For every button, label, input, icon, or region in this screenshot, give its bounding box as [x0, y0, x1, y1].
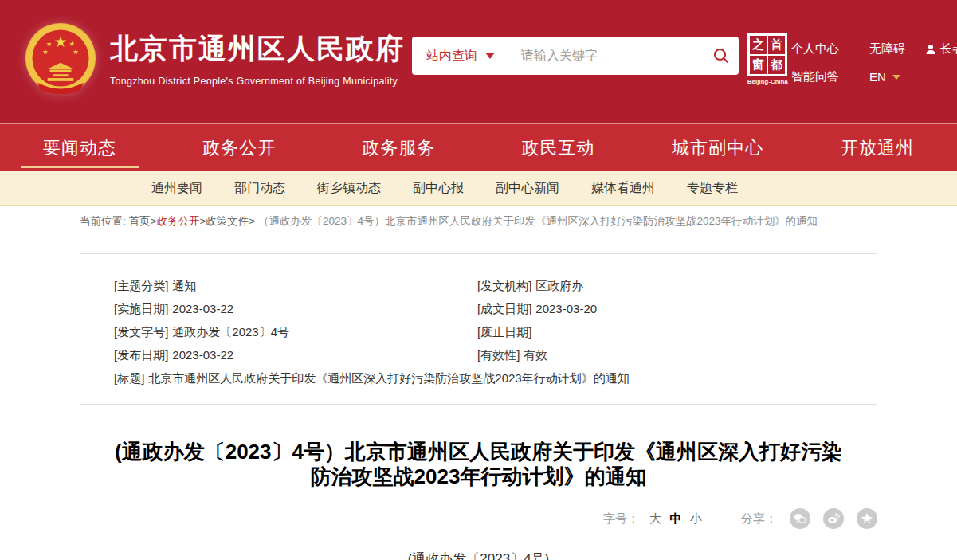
capital-window-char: 之	[749, 35, 767, 55]
share-label: 分享：	[741, 511, 777, 527]
meta-field-written-date: [成文日期]2023-03-20	[477, 303, 845, 315]
wechat-share-button[interactable]	[790, 508, 810, 529]
site-brand: 北京市通州区人民政府 Tongzhou District People's Go…	[110, 30, 405, 87]
document-title: (通政办发〔2023〕4号）北京市通州区人民政府关于印发《通州区深入打好污染防治…	[80, 440, 877, 489]
document-number-line: (通政办发〔2023〕4号)	[80, 550, 877, 560]
search-scope-label: 站内查询	[426, 48, 477, 65]
search-icon	[713, 48, 729, 64]
secondary-navigation: 通州要闻 部门动态 街乡镇动态 副中心报 副中心新闻 媒体看通州 专题专栏	[0, 171, 957, 206]
article-content: [主题分类]通知 [发文机构]区政府办 [实施日期]2023-03-22 [成文…	[80, 253, 877, 560]
weibo-share-button[interactable]	[823, 508, 844, 529]
document-meta-box: [主题分类]通知 [发文机构]区政府办 [实施日期]2023-03-22 [成文…	[80, 253, 877, 405]
meta-field-document-number: [发文字号]通政办发〔2023〕4号	[114, 326, 477, 339]
chevron-down-icon	[892, 75, 900, 80]
search-button[interactable]	[704, 37, 739, 75]
accessibility-link[interactable]: 无障碍	[869, 41, 914, 57]
national-emblem-logo: ★ ★ ★ ★ ★	[22, 22, 99, 98]
capital-window-char: 都	[767, 55, 786, 75]
senior-zone-label: 长者专区	[940, 41, 957, 57]
svg-text:★: ★	[53, 33, 67, 49]
qzone-share-button[interactable]	[857, 508, 877, 529]
nav-item-zhengwu-fuwu[interactable]: 政务服务	[319, 124, 478, 171]
search-scope-dropdown[interactable]: 站内查询	[412, 37, 508, 75]
svg-text:★: ★	[42, 48, 49, 56]
font-size-medium-button[interactable]: 中	[670, 511, 682, 525]
meta-field-validity: [有效性]有效	[477, 349, 845, 362]
language-label: EN	[869, 70, 886, 84]
svg-text:★: ★	[46, 39, 53, 47]
subnav-item-tongzhou-yaowen[interactable]: 通州要闻	[151, 180, 202, 197]
site-title: 北京市通州区人民政府	[110, 30, 405, 68]
meta-field-implementation-date: [实施日期]2023-03-22	[114, 303, 477, 315]
site-subtitle: Tongzhou District People's Government of…	[110, 76, 405, 87]
nav-item-zhengwu-gongkai[interactable]: 政务公开	[159, 124, 319, 171]
site-search: 站内查询	[412, 37, 739, 75]
site-header: ★ ★ ★ ★ ★ 北京市通州区人民政府 Tongzhou District P…	[0, 0, 957, 123]
breadcrumb-zhengwu-gongkai[interactable]: 政务公开	[156, 215, 199, 227]
nav-item-kaifang-tongzhou[interactable]: 开放通州	[798, 124, 957, 171]
subnav-item-bumen-dongtai[interactable]: 部门动态	[234, 180, 285, 197]
svg-text:★: ★	[69, 39, 76, 47]
breadcrumb-zhengce-wenjian[interactable]: 政策文件	[206, 215, 249, 227]
subnav-item-zhuanti-zhuanlan[interactable]: 专题专栏	[687, 180, 738, 197]
weibo-icon	[827, 512, 840, 525]
subnav-item-fuzhongxin-xinwen[interactable]: 副中心新闻	[496, 180, 559, 197]
person-icon	[925, 44, 936, 55]
capital-window-logo[interactable]: 之 首 窗 都 Beijing-China	[747, 33, 787, 85]
font-size-label: 字号：	[603, 511, 639, 527]
capital-window-char: 窗	[749, 55, 767, 75]
nav-item-chengshi-fuzhongxin[interactable]: 城市副中心	[638, 124, 798, 171]
nav-item-zhengmin-hudong[interactable]: 政民互动	[479, 124, 638, 171]
meta-field-subject-category: [主题分类]通知	[114, 280, 477, 292]
font-size-large-button[interactable]: 大	[649, 511, 661, 525]
wechat-icon	[794, 512, 806, 525]
meta-field-publish-date: [发布日期]2023-03-22	[114, 349, 477, 362]
subnav-item-fuzhongxin-bao[interactable]: 副中心报	[413, 180, 464, 197]
subnav-item-jiexiangzhen-dongtai[interactable]: 街乡镇动态	[317, 180, 381, 197]
personal-center-link[interactable]: 个人中心	[791, 41, 847, 57]
article-toolbar: 字号： 大 中 小 分享：	[80, 508, 877, 529]
breadcrumb-current-page: （通政办发〔2023〕4号）北京市通州区人民政府关于印发《通州区深入打好污染防治…	[258, 215, 818, 227]
meta-field-title: [标题]北京市通州区人民政府关于印发《通州区深入打好污染防治攻坚战2023年行动…	[114, 372, 845, 385]
font-size-small-button[interactable]: 小	[690, 511, 702, 525]
breadcrumb: 当前位置: 首页>政务公开>政策文件> （通政办发〔2023〕4号）北京市通州区…	[80, 206, 877, 237]
main-navigation: 要闻动态 政务公开 政务服务 政民互动 城市副中心 开放通州	[0, 123, 957, 171]
nav-item-yaowen[interactable]: 要闻动态	[0, 124, 159, 171]
senior-zone-link[interactable]: 长者专区	[925, 41, 957, 57]
search-input[interactable]	[508, 49, 704, 63]
breadcrumb-home[interactable]: 首页	[129, 215, 151, 227]
star-icon	[861, 512, 873, 525]
language-switch[interactable]: EN	[869, 70, 914, 84]
subnav-item-meiti-kan-tongzhou[interactable]: 媒体看通州	[591, 180, 655, 197]
svg-text:★: ★	[73, 48, 79, 56]
smart-qa-link[interactable]: 智能问答	[791, 69, 847, 84]
breadcrumb-label: 当前位置:	[80, 215, 126, 227]
breadcrumb-separator: >	[249, 215, 255, 227]
meta-field-issuing-agency: [发文机构]区政府办	[477, 280, 845, 292]
header-quick-links: 个人中心 无障碍 长者专区 智能问答 EN	[791, 41, 957, 97]
capital-window-caption: Beijing-China	[747, 78, 787, 85]
chevron-down-icon	[485, 53, 495, 59]
meta-field-repeal-date: [废止日期]	[477, 326, 845, 339]
capital-window-char: 首	[767, 35, 786, 55]
capital-window-grid: 之 首 窗 都	[747, 33, 787, 76]
